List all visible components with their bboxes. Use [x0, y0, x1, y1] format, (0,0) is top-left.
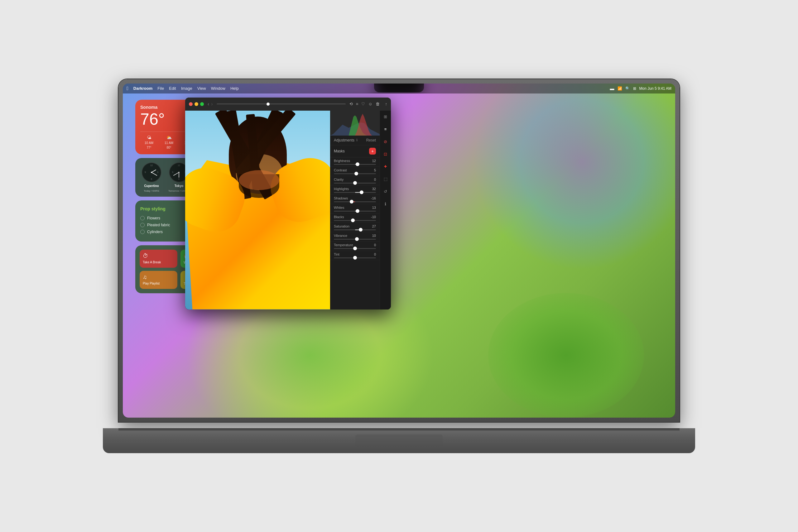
shortcut-playlist[interactable]: ♫ Play Playlist	[140, 271, 177, 289]
side-icon-grid[interactable]: ⊞	[382, 113, 390, 120]
shortcut-icon-timer: ⏱	[143, 253, 174, 259]
menu-help[interactable]: Help	[230, 86, 239, 91]
side-icon-history[interactable]: ↺	[382, 188, 390, 195]
datetime: Mon Jun 5 9:41 AM	[639, 86, 671, 91]
menu-file[interactable]: File	[157, 86, 164, 91]
macbook-hinge	[118, 428, 680, 431]
slider-thumb-temperature[interactable]	[353, 247, 357, 250]
darkroom-window[interactable]: ‹ › ⟲ ⌗ ♡ ☺ 🗑 ↑	[185, 98, 391, 309]
menu-image[interactable]: Image	[181, 86, 192, 91]
side-icon-crop[interactable]: ⊡	[382, 151, 390, 158]
slider-thumb-contrast[interactable]	[355, 172, 358, 175]
slider-label-whites: Whites	[334, 206, 344, 209]
weather-temp: 76°	[140, 111, 165, 127]
slider-thumb-brightness[interactable]	[356, 163, 359, 166]
weather-hour-1: ⛅ 11 AM 80°	[160, 135, 178, 149]
slider-header-tint: Tint 0	[334, 252, 376, 256]
sliders-container: Brightness 12 Contrast 5 Clarity 0	[330, 157, 380, 260]
svg-line-12	[174, 172, 179, 175]
masks-label: Masks	[334, 149, 345, 153]
macbook-lid:  Darkroom File Edit Image View Window H…	[118, 79, 680, 422]
masks-row: Masks +	[330, 145, 380, 157]
face-icon[interactable]: ☺	[368, 101, 372, 106]
rotate-icon[interactable]: ⟲	[349, 101, 353, 106]
reminder-circle-0	[140, 216, 145, 220]
desktop:  Darkroom File Edit Image View Window H…	[123, 83, 675, 418]
apple-menu[interactable]: 	[127, 86, 129, 91]
adj-info-icon: ℹ	[356, 138, 358, 142]
slider-track-saturation[interactable]	[334, 229, 376, 230]
slider-value-whites: 13	[372, 206, 376, 209]
side-icon-info[interactable]: ℹ	[382, 201, 390, 208]
search-icon[interactable]: 🔍	[625, 86, 630, 91]
crop-icon[interactable]: ⌗	[356, 101, 358, 107]
forward-arrow-icon[interactable]: ›	[211, 101, 213, 107]
slider-track-brightness[interactable]	[334, 164, 376, 165]
heart-icon[interactable]: ♡	[361, 101, 365, 106]
slider-track-vibrance[interactable]	[334, 239, 376, 240]
slider-track-whites[interactable]	[334, 211, 376, 212]
menu-view[interactable]: View	[197, 86, 206, 91]
screen-bezel:  Darkroom File Edit Image View Window H…	[123, 83, 675, 418]
window-close-button[interactable]	[189, 102, 193, 106]
slider-value-temperature: 0	[374, 243, 376, 247]
slider-label-contrast: Contrast	[334, 168, 347, 172]
adj-content: Adjustments ℹ Reset Masks +	[330, 111, 380, 309]
photo-area	[185, 111, 330, 309]
masks-add-button[interactable]: +	[369, 148, 376, 155]
slider-header-temperature: Temperature 0	[334, 243, 376, 247]
menu-window[interactable]: Window	[211, 86, 225, 91]
menu-edit[interactable]: Edit	[169, 86, 176, 91]
darkroom-titlebar: ‹ › ⟲ ⌗ ♡ ☺ 🗑 ↑	[185, 98, 391, 111]
trash-icon[interactable]: 🗑	[376, 101, 380, 106]
slider-row-clarity: Clarity 0	[330, 176, 380, 186]
slider-header-whites: Whites 13	[334, 206, 376, 209]
back-arrow-icon[interactable]: ‹	[208, 101, 209, 107]
side-icon-layers[interactable]: ⬚	[382, 175, 390, 183]
photo-nav-slider[interactable]	[217, 103, 346, 104]
svg-point-6	[151, 172, 152, 173]
slider-label-brightness: Brightness	[334, 159, 350, 163]
side-icon-filter[interactable]: ⊘	[382, 138, 390, 146]
slider-thumb-blacks[interactable]	[351, 218, 355, 222]
wallpaper-blob1	[473, 83, 675, 270]
window-minimize-button[interactable]	[194, 102, 198, 106]
slider-thumb-clarity[interactable]	[353, 181, 357, 185]
app-name[interactable]: Darkroom	[133, 86, 152, 91]
shortcut-label-2: Play Playlist	[143, 282, 174, 285]
svg-text:12: 12	[150, 164, 153, 167]
share-icon[interactable]: ↑	[385, 101, 387, 106]
slider-thumb-whites[interactable]	[356, 209, 359, 213]
slider-thumb-shadows[interactable]	[350, 200, 354, 204]
adjustments-panel: Adjustments ℹ Reset Masks +	[330, 111, 391, 309]
side-icon-heal[interactable]: ✚	[382, 163, 390, 170]
slider-thumb-tint[interactable]	[353, 256, 357, 260]
slider-value-vibrance: 10	[372, 234, 376, 238]
slider-track-tint[interactable]	[334, 258, 376, 258]
weather-hour-0: 🌤 10 AM 77°	[140, 135, 158, 149]
side-icon-sliders[interactable]: ≡	[382, 126, 390, 133]
adj-reset-button[interactable]: Reset	[366, 138, 376, 142]
slider-value-contrast: 5	[374, 168, 376, 172]
slider-thumb-saturation[interactable]	[359, 228, 363, 231]
slider-track-temperature[interactable]	[334, 248, 376, 249]
slider-track-blacks[interactable]	[334, 220, 376, 221]
slider-track-clarity[interactable]	[334, 183, 376, 184]
slider-thumb-vibrance[interactable]	[355, 237, 359, 241]
darkroom-nav: ‹ ›	[208, 101, 213, 107]
adj-title: Adjustments ℹ	[334, 138, 358, 142]
slider-track-contrast[interactable]	[334, 173, 376, 174]
svg-line-5	[152, 172, 157, 175]
slider-thumb-highlights[interactable]	[360, 190, 363, 194]
histogram-area	[330, 111, 380, 136]
slider-value-brightness: 12	[372, 159, 376, 163]
slider-track-highlights[interactable]	[334, 192, 376, 193]
window-maximize-button[interactable]	[200, 102, 204, 106]
shortcut-label-0: Take A Break	[143, 261, 174, 264]
slider-track-shadows[interactable]	[334, 201, 376, 202]
slider-row-whites: Whites 13	[330, 204, 380, 213]
darkroom-content: Adjustments ℹ Reset Masks +	[185, 111, 391, 309]
slider-label-temperature: Temperature	[334, 243, 353, 247]
control-center-icon[interactable]: ⊞	[633, 86, 636, 91]
shortcut-take-a-break[interactable]: ⏱ Take A Break	[140, 250, 177, 268]
